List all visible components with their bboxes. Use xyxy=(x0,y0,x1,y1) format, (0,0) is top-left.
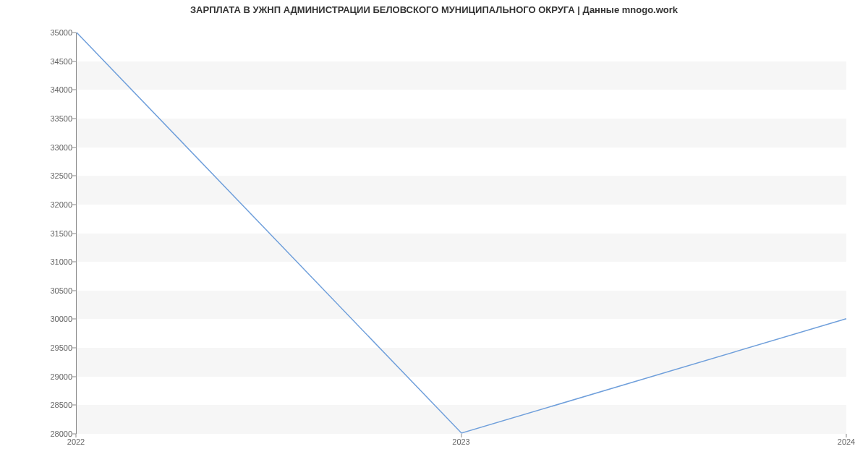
y-tick-label: 32500 xyxy=(36,171,72,180)
y-tick-mark xyxy=(72,319,76,320)
y-tick-label: 29000 xyxy=(36,372,72,381)
y-tick-label: 35000 xyxy=(36,28,72,37)
y-tick-mark xyxy=(72,290,76,291)
y-tick-label: 28500 xyxy=(36,401,72,409)
x-tick-mark xyxy=(846,434,847,437)
chart-container: ЗАРПЛАТА В УЖНП АДМИНИСТРАЦИИ БЕЛОВСКОГО… xyxy=(0,0,868,470)
y-tick-mark xyxy=(72,204,76,205)
y-tick-mark xyxy=(72,233,76,234)
x-tick-mark xyxy=(76,434,77,437)
y-tick-mark xyxy=(72,61,76,61)
data-line xyxy=(77,33,846,433)
plot-area xyxy=(76,33,846,434)
y-tick-label: 32000 xyxy=(36,200,72,209)
y-tick-label: 34500 xyxy=(36,57,72,66)
y-tick-label: 33500 xyxy=(36,114,72,123)
y-tick-label: 30000 xyxy=(36,315,72,323)
y-tick-mark xyxy=(72,348,76,349)
x-tick-mark xyxy=(461,434,461,437)
y-tick-mark xyxy=(72,118,76,119)
line-series xyxy=(77,33,846,433)
y-tick-mark xyxy=(72,262,76,262)
y-tick-mark xyxy=(72,376,76,377)
chart-title: ЗАРПЛАТА В УЖНП АДМИНИСТРАЦИИ БЕЛОВСКОГО… xyxy=(0,4,868,15)
x-tick-label: 2022 xyxy=(67,437,85,446)
y-tick-label: 31000 xyxy=(36,257,72,266)
y-tick-label: 33000 xyxy=(36,143,72,152)
x-tick-label: 2024 xyxy=(838,437,855,446)
y-tick-mark xyxy=(72,33,76,33)
y-tick-label: 29500 xyxy=(36,343,72,352)
y-tick-mark xyxy=(72,176,76,176)
y-tick-mark xyxy=(72,405,76,406)
y-tick-label: 30500 xyxy=(36,286,72,295)
y-tick-mark xyxy=(72,147,76,148)
x-tick-label: 2023 xyxy=(452,437,469,446)
y-tick-label: 31500 xyxy=(36,229,72,238)
y-tick-label: 34000 xyxy=(36,85,72,94)
y-tick-mark xyxy=(72,90,76,90)
